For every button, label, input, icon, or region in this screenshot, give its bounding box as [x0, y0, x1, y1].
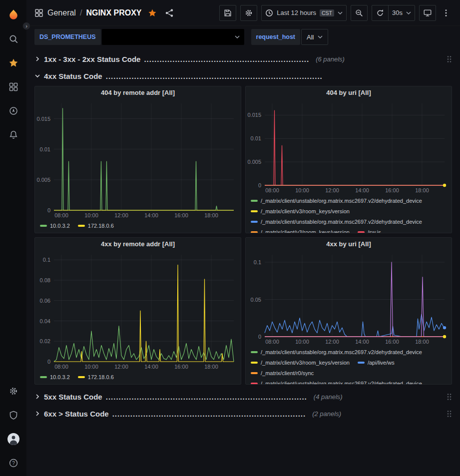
- chevron-right-icon: [34, 411, 40, 416]
- row-drag-handle[interactable]: [446, 410, 452, 418]
- sidebar-item-server-admin[interactable]: [3, 405, 23, 425]
- chevron-right-icon: [34, 56, 40, 61]
- template-variables-bar: DS_PROMETHEUS request_host All: [26, 26, 460, 48]
- grafana-flame-icon: [7, 8, 20, 21]
- row-5xx-status-code[interactable]: 5xx Status Code ........................…: [34, 390, 452, 404]
- request-host-value-dropdown[interactable]: All: [301, 29, 328, 45]
- svg-text:08:00: 08:00: [54, 364, 68, 370]
- svg-text:0.005: 0.005: [36, 177, 50, 183]
- timeseries-chart[interactable]: 00.020.040.060.080.108:0010:0012:0014:00…: [35, 251, 241, 371]
- legend-series-name: /_matrix/client/unstable/org.matrix.msc2…: [261, 198, 422, 204]
- more-options-button[interactable]: [440, 5, 452, 21]
- share-dashboard-button[interactable]: [163, 5, 176, 21]
- row-title-dots: ........................................…: [106, 72, 323, 80]
- sidebar-item-starred[interactable]: [3, 53, 23, 73]
- sidebar-item-dashboards[interactable]: [3, 77, 23, 97]
- timeseries-chart[interactable]: 00.0050.010.01508:0010:0012:0014:0016:00…: [246, 99, 452, 194]
- legend-item[interactable]: 172.18.0.6: [78, 220, 114, 231]
- breadcrumb-separator: /: [80, 8, 82, 17]
- ds-prometheus-value-dropdown[interactable]: [102, 29, 244, 45]
- legend-series-swatch: [251, 221, 258, 223]
- refresh-interval-dropdown[interactable]: 30s: [388, 5, 415, 21]
- timeseries-chart[interactable]: 00.0050.010.01508:0010:0012:0014:0016:00…: [35, 99, 241, 219]
- svg-text:0.05: 0.05: [251, 297, 261, 303]
- legend-item[interactable]: /sw.js: [358, 227, 381, 233]
- search-icon: [8, 34, 18, 44]
- chevron-down-icon: [34, 73, 40, 78]
- compass-icon: [8, 106, 18, 116]
- sidebar-item-help[interactable]: ?: [3, 453, 23, 473]
- chevron-right-icon: [34, 394, 40, 399]
- drag-dots-icon: [447, 393, 452, 401]
- legend-series-swatch: [40, 225, 47, 227]
- svg-text:16:00: 16:00: [174, 364, 188, 370]
- zoom-out-icon: [355, 8, 364, 17]
- sidebar-item-alerting[interactable]: [3, 125, 23, 145]
- legend-item[interactable]: /api/live/ws: [358, 357, 395, 368]
- panel-title[interactable]: 4xx by remote addr [All]: [35, 238, 241, 251]
- help-icon: ?: [8, 458, 18, 468]
- row-1xx-3xx-2xx-status-code[interactable]: 1xx - 3xx - 2xx Status Code ............…: [34, 52, 452, 66]
- legend-item[interactable]: /_matrix/client/unstable/org.matrix.msc2…: [251, 378, 422, 384]
- legend-item[interactable]: 10.0.3.2: [40, 220, 70, 231]
- legend-series-swatch: [78, 225, 85, 227]
- legend-item[interactable]: /_matrix/client/r0/sync: [251, 368, 314, 378]
- panel-legend: /_matrix/client/unstable/org.matrix.msc2…: [246, 194, 452, 233]
- legend-item[interactable]: 172.18.0.6: [78, 372, 114, 382]
- legend-item[interactable]: /_matrix/client/v3/room_keys/version: [251, 357, 350, 368]
- timeseries-chart[interactable]: 00.050.108:0010:0012:0014:0016:0018:00: [246, 251, 452, 346]
- panel-title[interactable]: 404 by remote addr [All]: [35, 86, 241, 99]
- panel-4xx-by-uri-all: 4xx by uri [All]00.050.108:0010:0012:001…: [245, 237, 452, 385]
- legend-series-name: /api/live/ws: [368, 360, 395, 366]
- save-dashboard-button[interactable]: [219, 5, 236, 21]
- clock-icon: [265, 9, 273, 17]
- panel-grid: 404 by remote addr [All]00.0050.010.0150…: [34, 86, 452, 385]
- refresh-interval-label: 30s: [392, 9, 403, 16]
- panel-title[interactable]: 4xx by uri [All]: [246, 238, 452, 251]
- grafana-app: ›: [0, 0, 460, 476]
- panel-title[interactable]: 404 by uri [All]: [246, 86, 452, 99]
- sidebar-collapse-button[interactable]: ›: [22, 22, 30, 30]
- legend-series-swatch: [251, 351, 258, 353]
- row-title-dots: ........................................…: [144, 55, 309, 63]
- sidebar-item-explore[interactable]: [3, 101, 23, 121]
- row-drag-handle[interactable]: [446, 55, 452, 63]
- zoom-out-time-button[interactable]: [351, 5, 368, 21]
- sidebar-item-search[interactable]: [3, 29, 23, 49]
- svg-text:16:00: 16:00: [385, 339, 399, 345]
- sidebar-item-configuration[interactable]: [3, 381, 23, 401]
- legend-item[interactable]: /_matrix/client/unstable/org.matrix.msc2…: [251, 347, 422, 357]
- row-title: 6xx > Status Code: [44, 410, 109, 418]
- legend-series-name: /_matrix/client/r0/sync: [261, 370, 314, 376]
- dashboard-settings-button[interactable]: [240, 5, 257, 21]
- legend-series-name: /_matrix/client/v3/room_keys/version: [261, 229, 350, 233]
- legend-series-swatch: [358, 231, 365, 233]
- time-range-picker[interactable]: Last 12 hours CST: [261, 5, 347, 21]
- breadcrumb-folder[interactable]: General: [47, 8, 76, 17]
- favorite-star-button[interactable]: [146, 5, 159, 21]
- legend-item[interactable]: /_matrix/client/v3/room_keys/version: [251, 227, 350, 233]
- legend-item[interactable]: /_matrix/client/unstable/org.matrix.msc2…: [251, 216, 422, 227]
- legend-series-swatch: [251, 231, 258, 233]
- row-title-dots: ........................................…: [106, 393, 307, 401]
- save-icon: [223, 8, 232, 17]
- legend-item[interactable]: /_matrix/client/v3/room_keys/version: [251, 206, 350, 216]
- gear-icon: [8, 386, 18, 396]
- panel-legend: 10.0.3.2172.18.0.6: [35, 371, 241, 384]
- svg-text:0: 0: [258, 334, 261, 340]
- svg-text:10:00: 10:00: [84, 212, 98, 218]
- legend-item[interactable]: 10.0.3.2: [40, 372, 70, 382]
- cycle-view-mode-button[interactable]: [419, 5, 436, 21]
- row-drag-handle[interactable]: [446, 393, 452, 401]
- svg-text:14:00: 14:00: [144, 364, 158, 370]
- refresh-button[interactable]: [372, 5, 389, 21]
- dashboards-grid-icon: [8, 82, 18, 92]
- sidebar-item-profile[interactable]: [3, 429, 23, 449]
- sidebar-item-home[interactable]: [3, 5, 23, 25]
- row-6xx-status-code[interactable]: 6xx > Status Code ......................…: [34, 407, 452, 421]
- svg-text:0.02: 0.02: [40, 338, 50, 344]
- variable-label: request_host: [251, 29, 301, 45]
- svg-text:12:00: 12:00: [114, 212, 128, 218]
- row-4xx-status-code[interactable]: 4xx Status Code ........................…: [34, 69, 452, 83]
- legend-item[interactable]: /_matrix/client/unstable/org.matrix.msc2…: [251, 195, 422, 206]
